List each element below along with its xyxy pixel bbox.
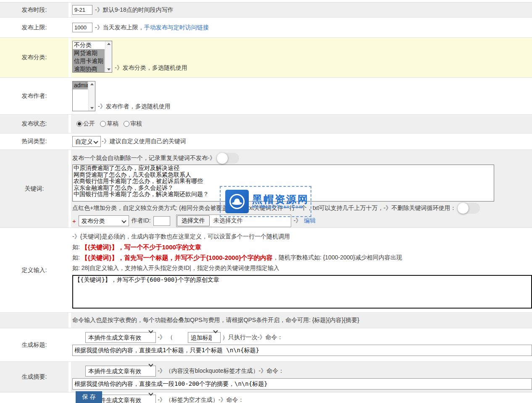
publish-category-desc: -》发布分类，多选随机使用 <box>115 64 187 72</box>
category-option[interactable]: 不分类 <box>73 41 105 49</box>
keyword-file-input[interactable]: 选择文件 未选择文件 <box>176 215 291 227</box>
category-option[interactable]: 逾期协商 <box>73 65 105 73</box>
dedupe-toggle[interactable] <box>217 153 239 164</box>
keywords-label: 关键词: <box>0 150 68 228</box>
radio-review[interactable]: 审核 <box>124 120 142 128</box>
generate-summary-label: 生成摘要: <box>0 362 68 392</box>
tags-desc: -》（标签为空才生成）-》命令： <box>158 396 244 403</box>
radio-public[interactable]: 公开 <box>76 120 95 128</box>
scroll-up-icon[interactable] <box>90 83 94 85</box>
publish-author-listbox[interactable]: admin <box>72 81 95 111</box>
publish-time-desc: -》默认9-18点的时间段内写作 <box>95 6 174 14</box>
row-generate-summary: 生成摘要: 本插件生成文章有效 -》（内容没有blockquote标签才生成）-… <box>0 362 532 393</box>
generate-title-label: 生成标题: <box>0 328 68 361</box>
example3-text: 28|自定义输入，支持输入开头指定分类ID|，指定分类的关键词使用指定输入 <box>82 264 279 272</box>
row-publish-limit: 发布上限: -》当天发布上限， 手动发布与定时访问链接 <box>0 18 532 38</box>
radio-icon[interactable] <box>124 121 129 127</box>
publish-time-label: 发布时段: <box>0 3 68 17</box>
dedupe-toggle-text: 发布一个就会自动删除一个，记录重复关键词不发布-》 <box>72 154 216 162</box>
publish-limit-input[interactable] <box>72 23 92 32</box>
toggle-knob <box>458 203 469 214</box>
file-status-text: 未选择文件 <box>210 217 243 225</box>
summary-mode-select[interactable]: 本插件生成文章有效 <box>85 366 156 377</box>
row-publish-status: 发布状态: 公开 草稿 审核 <box>0 115 532 133</box>
example-prefix: 如: <box>72 254 82 262</box>
define-input-line1: -》{关键词}是必须的，生成内容字数也在这里定义，可以设置多个一行一个随机调用 <box>72 232 532 241</box>
scroll-up-icon[interactable] <box>107 43 111 45</box>
publish-time-input[interactable] <box>72 5 92 15</box>
publish-category-listbox[interactable]: 不分类 网贷逾期 信用卡逾期 逾期协商 <box>72 41 112 73</box>
title-mode-select[interactable]: 本插件生成文章有效 <box>85 332 156 343</box>
hotword-type-label: 热词类型: <box>0 133 68 149</box>
publish-limit-desc: -》当天发布上限， <box>95 24 144 31</box>
title-pre-text: -》 （ <box>158 334 173 341</box>
example1-red: 【{关键词}】，写一个不少于1000字的文章 <box>82 243 201 251</box>
row-define-input: 定义输入: -》{关键词}是必须的，生成内容字数也在这里定义，可以设置多个一行一… <box>0 228 532 313</box>
row-publish-category: 发布分类: 不分类 网贷逾期 信用卡逾期 逾期协商 -》发布分类，多选随机使用 <box>0 38 532 78</box>
summary-desc: -》（内容没有blockquote标签才生成）-》命令： <box>158 367 284 375</box>
author-option[interactable]: admin <box>73 81 88 89</box>
choose-file-button[interactable]: 选择文件 <box>177 215 210 226</box>
row-generate-title: 生成标题: 本插件生成文章有效 -》 （ 追加标题 ）只执行一次-》命令： <box>0 328 532 362</box>
example2-red: 【{关键词}】，首先写一个标题，并写不少于{1000-2000}个字的内容 <box>82 254 273 262</box>
listbox-scrollbar[interactable] <box>105 41 112 72</box>
hotword-type-select[interactable]: 自定义 <box>72 136 101 147</box>
example-prefix: 如: <box>72 243 82 251</box>
add-category-button[interactable]: + <box>72 217 76 225</box>
save-button[interactable]: 保 存 <box>76 391 102 403</box>
radio-icon[interactable] <box>100 121 106 127</box>
category-option[interactable]: 网贷逾期 <box>73 49 105 57</box>
title-after-text: ）只执行一次-》命令： <box>222 334 283 341</box>
title-append-select[interactable]: 追加标题 <box>188 332 221 343</box>
row-keywords: 关键词: 发布一个就会自动删除一个，记录重复关键词不发布-》 中原消费逾期了怎么… <box>0 150 532 228</box>
author-id-label: 作者ID: <box>132 217 151 225</box>
keywords-note-text: 点红色+增加分类，自定义独立分类方式: (相同分类会被覆盖)，支持txt关键词文… <box>72 204 456 212</box>
publish-limit-label: 发布上限: <box>0 18 68 37</box>
publish-category-label: 发布分类: <box>0 38 68 77</box>
edit-arrow: -》 <box>294 217 302 225</box>
radio-draft[interactable]: 草稿 <box>100 120 119 128</box>
toggle-knob <box>217 153 228 164</box>
publish-status-label: 发布状态: <box>0 115 68 133</box>
example2-rest: ，随机字数格式如: {1000-2000}减少相同内容出现 <box>273 254 402 262</box>
row-hotword-type: 热词类型: 自定义 -》建议自定义使用自己的关键词 <box>0 133 532 150</box>
row-publish-time: 发布时段: -》默认9-18点的时间段内写作 <box>0 3 532 18</box>
define-input-textarea[interactable]: 【{关键词}】，并写不少于{600-900}个字的原创文章 <box>72 275 532 309</box>
qps-note-text: 命令输入也是按字收费的，每个功能都会叠加QPS与费用，请根据QPS条件开启，命令… <box>72 317 359 324</box>
publish-author-label: 发布作者: <box>0 78 68 114</box>
define-input-label: 定义输入: <box>0 228 68 312</box>
loop-toggle[interactable] <box>458 203 480 214</box>
listbox-scrollbar[interactable] <box>88 81 95 111</box>
author-id-input[interactable] <box>153 216 170 226</box>
row-publish-author: 发布作者: admin -》发布作者，多选随机使用 <box>0 78 532 115</box>
scroll-down-icon[interactable] <box>107 68 111 71</box>
edit-link[interactable]: 编辑 <box>304 217 316 225</box>
category-option[interactable]: 信用卡逾期 <box>73 57 105 65</box>
manual-publish-link[interactable]: 手动发布与定时访问链接 <box>144 24 209 31</box>
keywords-textarea[interactable]: 中原消费逾期了怎么办，应对及解决途径 网商贷逾期了怎么办，几天会联系紧急联系人 … <box>72 165 494 202</box>
scroll-down-icon[interactable] <box>90 107 94 109</box>
keyword-category-select[interactable]: 发布分类 <box>79 215 129 226</box>
radio-icon[interactable] <box>76 121 82 127</box>
hotword-type-desc: -》建议自定义使用自己的关键词 <box>102 138 186 145</box>
example-prefix: 如: <box>72 264 82 272</box>
publish-author-desc: -》发布作者，多选随机使用 <box>98 103 171 110</box>
